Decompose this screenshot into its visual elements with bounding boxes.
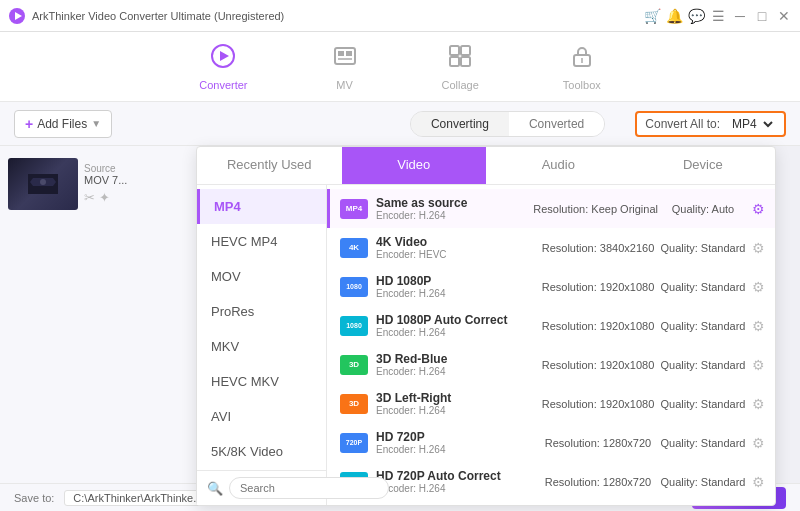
- format-option-resolution-720p: Resolution: 1280x720: [538, 437, 658, 449]
- format-option-1080p-auto[interactable]: 1080 HD 1080P Auto Correct Encoder: H.26…: [327, 306, 775, 345]
- format-search-bar: 🔍: [197, 470, 327, 505]
- tab-recently-used[interactable]: Recently Used: [197, 147, 342, 184]
- svg-marker-3: [220, 51, 229, 61]
- mv-label: MV: [336, 79, 353, 91]
- title-bar: ArkThinker Video Converter Ultimate (Unr…: [0, 0, 800, 32]
- format-icon-3d-rb: 3D: [340, 355, 368, 375]
- format-option-details-3d-lr: 3D Left-Right Encoder: H.264: [376, 391, 538, 416]
- format-option-resolution-1080p-auto: Resolution: 1920x1080: [538, 320, 658, 332]
- format-icon-1080p-auto: 1080: [340, 316, 368, 336]
- format-option-encoder-720p-auto: Encoder: H.264: [376, 483, 538, 494]
- collage-icon: [447, 43, 473, 75]
- format-option-name-3d-rb: 3D Red-Blue: [376, 352, 538, 366]
- format-list-5k8k[interactable]: 5K/8K Video: [197, 434, 326, 469]
- format-option-name-3d-lr: 3D Left-Right: [376, 391, 538, 405]
- format-option-quality-3d-lr: Quality: Standard: [658, 398, 748, 410]
- format-option-name-1080p-auto: HD 1080P Auto Correct: [376, 313, 538, 327]
- bell-icon[interactable]: 🔔: [666, 8, 682, 24]
- svg-rect-8: [450, 46, 459, 55]
- format-option-encoder-3d-lr: Encoder: H.264: [376, 405, 538, 416]
- gear-icon-720p[interactable]: ⚙: [752, 435, 765, 451]
- format-option-4k[interactable]: 4K 4K Video Encoder: HEVC Resolution: 38…: [327, 228, 775, 267]
- format-list-mov[interactable]: MOV: [197, 259, 326, 294]
- gear-icon-1080p[interactable]: ⚙: [752, 279, 765, 295]
- search-icon: 🔍: [207, 481, 223, 496]
- format-list: MP4 HEVC MP4 MOV ProRes MKV HEVC MKV AVI…: [197, 185, 327, 505]
- tab-converting[interactable]: Converting: [411, 112, 509, 136]
- format-option-resolution-3d-rb: Resolution: 1920x1080: [538, 359, 658, 371]
- format-icon-1080p: 1080: [340, 277, 368, 297]
- main-content: Source MOV 7... ✂ ✦ Recently Used Video …: [0, 146, 800, 483]
- format-option-encoder-4k: Encoder: HEVC: [376, 249, 538, 260]
- format-option-quality-1080p-auto: Quality: Standard: [658, 320, 748, 332]
- toolbar: + Add Files ▼ Converting Converted Conve…: [0, 102, 800, 146]
- search-input[interactable]: [229, 477, 389, 499]
- format-option-resolution-3d-lr: Resolution: 1920x1080: [538, 398, 658, 410]
- format-option-details-720p: HD 720P Encoder: H.264: [376, 430, 538, 455]
- nav-converter[interactable]: Converter: [187, 35, 259, 99]
- format-list-mp4[interactable]: MP4: [197, 189, 326, 224]
- file-name: MOV 7...: [84, 174, 191, 186]
- format-option-quality-720p-auto: Quality: Standard: [658, 476, 748, 488]
- format-option-720p-auto[interactable]: 720P HD 720P Auto Correct Encoder: H.264…: [327, 462, 775, 501]
- format-option-1080p[interactable]: 1080 HD 1080P Encoder: H.264 Resolution:…: [327, 267, 775, 306]
- maximize-button[interactable]: □: [754, 8, 770, 24]
- close-button[interactable]: ✕: [776, 8, 792, 24]
- convert-all-label: Convert All to:: [645, 117, 720, 131]
- format-option-name-720p: HD 720P: [376, 430, 538, 444]
- gear-icon-720p-auto[interactable]: ⚙: [752, 474, 765, 490]
- format-icon-4k: 4K: [340, 238, 368, 258]
- format-tabs: Recently Used Video Audio Device: [197, 147, 775, 185]
- format-option-encoder-1080p: Encoder: H.264: [376, 288, 538, 299]
- add-files-label: Add Files: [37, 117, 87, 131]
- tab-converted[interactable]: Converted: [509, 112, 604, 136]
- format-option-details-same-as-source: Same as source Encoder: H.264: [376, 196, 533, 221]
- format-panel: Recently Used Video Audio Device MP4 HEV…: [196, 146, 776, 506]
- menu-icon[interactable]: ☰: [710, 8, 726, 24]
- gear-icon-3d-lr[interactable]: ⚙: [752, 396, 765, 412]
- cart-icon[interactable]: 🛒: [644, 8, 660, 24]
- format-icon-3d-lr: 3D: [340, 394, 368, 414]
- format-options: MP4 Same as source Encoder: H.264 Resolu…: [327, 185, 775, 505]
- minimize-button[interactable]: ─: [732, 8, 748, 24]
- tab-video[interactable]: Video: [342, 147, 487, 184]
- convert-all-select[interactable]: MP4 MOV AVI MKV: [728, 116, 776, 132]
- format-option-640p[interactable]: 640 640P Encoder: H.264 ⚙: [327, 501, 775, 505]
- gear-icon-active[interactable]: ⚙: [752, 201, 765, 217]
- gear-icon-1080p-auto[interactable]: ⚙: [752, 318, 765, 334]
- format-option-details-1080p-auto: HD 1080P Auto Correct Encoder: H.264: [376, 313, 538, 338]
- format-option-resolution: Resolution: Keep Original: [533, 203, 658, 215]
- format-option-3d-lr[interactable]: 3D 3D Left-Right Encoder: H.264 Resoluti…: [327, 384, 775, 423]
- mv-icon: [332, 43, 358, 75]
- gear-icon-3d-rb[interactable]: ⚙: [752, 357, 765, 373]
- format-option-name-1080p: HD 1080P: [376, 274, 538, 288]
- format-option-resolution-720p-auto: Resolution: 1280x720: [538, 476, 658, 488]
- format-option-720p[interactable]: 720P HD 720P Encoder: H.264 Resolution: …: [327, 423, 775, 462]
- format-option-encoder-3d-rb: Encoder: H.264: [376, 366, 538, 377]
- format-option-name-720p-auto: HD 720P Auto Correct: [376, 469, 538, 483]
- tag-icon[interactable]: ✦: [99, 190, 110, 205]
- format-list-prores[interactable]: ProRes: [197, 294, 326, 329]
- nav-toolbox[interactable]: Toolbox: [551, 35, 613, 99]
- format-option-3d-rb[interactable]: 3D 3D Red-Blue Encoder: H.264 Resolution…: [327, 345, 775, 384]
- cut-icon[interactable]: ✂: [84, 190, 95, 205]
- format-list-mkv[interactable]: MKV: [197, 329, 326, 364]
- gear-icon-4k[interactable]: ⚙: [752, 240, 765, 256]
- convert-all-group: Convert All to: MP4 MOV AVI MKV: [635, 111, 786, 137]
- tab-audio[interactable]: Audio: [486, 147, 631, 184]
- format-option-same-as-source[interactable]: MP4 Same as source Encoder: H.264 Resolu…: [327, 189, 775, 228]
- source-label: Source: [84, 163, 191, 174]
- nav-mv[interactable]: MV: [320, 35, 370, 99]
- title-bar-controls: 🛒 🔔 💬 ☰ ─ □ ✕: [644, 8, 792, 24]
- format-list-avi[interactable]: AVI: [197, 399, 326, 434]
- nav-collage[interactable]: Collage: [430, 35, 491, 99]
- svg-rect-5: [338, 51, 344, 56]
- format-option-resolution-4k: Resolution: 3840x2160: [538, 242, 658, 254]
- format-list-hevc-mkv[interactable]: HEVC MKV: [197, 364, 326, 399]
- format-list-hevc-mp4[interactable]: HEVC MP4: [197, 224, 326, 259]
- add-files-button[interactable]: + Add Files ▼: [14, 110, 112, 138]
- format-option-quality: Quality: Auto: [658, 203, 748, 215]
- svg-point-16: [40, 179, 46, 185]
- chat-icon[interactable]: 💬: [688, 8, 704, 24]
- tab-device[interactable]: Device: [631, 147, 776, 184]
